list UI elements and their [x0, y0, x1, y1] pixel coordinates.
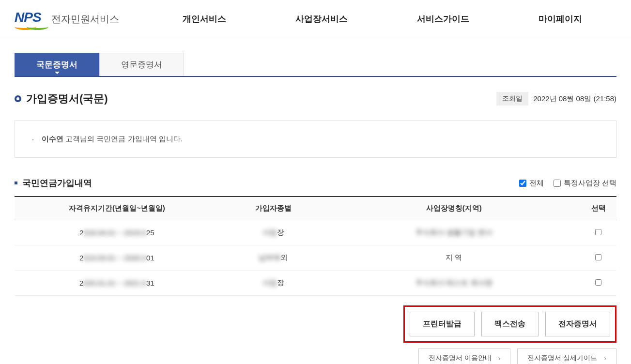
chevron-right-icon: ›	[498, 354, 501, 362]
section-right: 전체 특정사업장 선택	[519, 179, 616, 188]
logo-text: 전자민원서비스	[51, 13, 119, 26]
chevron-right-icon: ›	[604, 354, 606, 362]
th-type: 가입자종별	[219, 197, 328, 220]
user-name: 이수연	[42, 135, 63, 143]
bullet-square-icon	[15, 182, 17, 184]
filter-all-label: 전체	[529, 179, 544, 188]
table-row: 2020.01.01 ~ 2021.031 사업장 주식회사 테스트 회사명	[15, 271, 616, 296]
cell-select	[580, 245, 616, 271]
table-row: 2018.04.01 ~ 2019.025 사업장 주식회사 샘플기업 본사	[15, 220, 616, 245]
info-suffix: 고객님의 국민연금 가입내역 입니다.	[63, 135, 183, 143]
pension-table: 자격유지기간(년월일~년월일) 가입자종별 사업장명칭(지역) 선택 2018.…	[15, 196, 616, 296]
guide-row: 전자증명서 이용안내 › 전자증명서 상세가이드 ›	[418, 349, 616, 364]
action-highlight-box: 프린터발급 팩스전송 전자증명서	[403, 305, 616, 343]
content: 국문증명서 영문증명서 가입증명서(국문) 조회일 2022년 08월 08일 …	[0, 38, 631, 310]
cell-period: 2020.01.01 ~ 2021.031	[15, 271, 219, 296]
title-left: 가입증명서(국문)	[15, 91, 108, 106]
th-period: 자격유지기간(년월일~년월일)	[15, 197, 219, 220]
ecert-detail-label: 전자증명서 상세가이드	[527, 354, 597, 363]
filter-specific[interactable]: 특정사업장 선택	[554, 179, 616, 188]
cell-type: 사업장	[219, 220, 328, 245]
row-checkbox[interactable]	[595, 279, 601, 286]
section-left: 국민연금가입내역	[15, 177, 92, 189]
nav-personal[interactable]: 개인서비스	[183, 13, 226, 25]
cell-select	[580, 220, 616, 245]
tab-english-cert[interactable]: 영문증명서	[99, 53, 184, 76]
cell-workplace: 지 역	[327, 245, 580, 271]
table-row: 2019.03.01 ~ 2020.001 납부예외 지 역	[15, 245, 616, 271]
tab-korean-cert[interactable]: 국문증명서	[15, 53, 99, 76]
cell-type: 사업장	[219, 271, 328, 296]
filter-all[interactable]: 전체	[519, 179, 544, 188]
cell-workplace: 주식회사 테스트 회사명	[327, 271, 580, 296]
nav-guide[interactable]: 서비스가이드	[417, 13, 469, 25]
cell-period: 2018.04.01 ~ 2019.025	[15, 220, 219, 245]
filter-specific-checkbox[interactable]	[554, 180, 561, 187]
header: NPS 전자민원서비스 개인서비스 사업장서비스 서비스가이드 마이페이지	[0, 0, 631, 38]
logo[interactable]: NPS 전자민원서비스	[15, 10, 119, 28]
info-box: 이수연 고객님의 국민연금 가입내역 입니다.	[15, 121, 616, 158]
main-nav: 개인서비스 사업장서비스 서비스가이드 마이페이지	[148, 13, 616, 25]
row-checkbox[interactable]	[595, 229, 601, 235]
th-select: 선택	[580, 197, 616, 220]
ecert-usage-label: 전자증명서 이용안내	[429, 354, 492, 363]
logo-swoosh-icon	[15, 23, 48, 28]
nav-business[interactable]: 사업장서비스	[295, 13, 348, 25]
title-right: 조회일 2022년 08월 08일 (21:58)	[496, 92, 616, 106]
th-workplace: 사업장명칭(지역)	[327, 197, 580, 220]
section-row: 국민연금가입내역 전체 특정사업장 선택	[15, 177, 616, 189]
print-button[interactable]: 프린터발급	[410, 312, 475, 336]
filter-all-checkbox[interactable]	[519, 180, 526, 187]
ecert-detail-button[interactable]: 전자증명서 상세가이드 ›	[517, 349, 616, 364]
nav-mypage[interactable]: 마이페이지	[539, 13, 582, 25]
row-checkbox[interactable]	[595, 254, 601, 260]
cell-workplace: 주식회사 샘플기업 본사	[327, 220, 580, 245]
bullet-circle-icon	[15, 95, 21, 102]
query-date-value: 2022년 08월 08일 (21:58)	[533, 94, 616, 104]
ecert-usage-button[interactable]: 전자증명서 이용안내 ›	[418, 349, 511, 364]
section-title: 국민연금가입내역	[22, 177, 92, 189]
cell-type: 납부예외	[219, 245, 328, 271]
title-row: 가입증명서(국문) 조회일 2022년 08월 08일 (21:58)	[15, 91, 616, 106]
fax-button[interactable]: 팩스전송	[481, 312, 539, 336]
info-text: 이수연 고객님의 국민연금 가입내역 입니다.	[32, 135, 599, 144]
cell-select	[580, 271, 616, 296]
filter-specific-label: 특정사업장 선택	[564, 179, 616, 188]
cell-period: 2019.03.01 ~ 2020.001	[15, 245, 219, 271]
query-date-label: 조회일	[496, 92, 528, 106]
ecert-button[interactable]: 전자증명서	[545, 312, 610, 336]
page-title: 가입증명서(국문)	[26, 91, 108, 106]
logo-mark: NPS	[15, 10, 41, 25]
tabs: 국문증명서 영문증명서	[15, 53, 616, 77]
logo-block: NPS	[15, 10, 48, 28]
